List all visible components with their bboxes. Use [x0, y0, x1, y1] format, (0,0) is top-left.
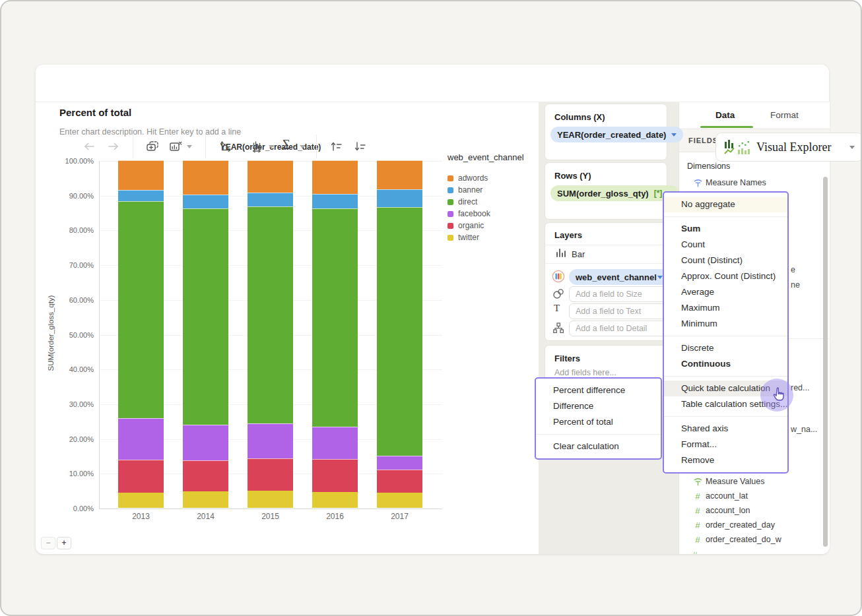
menu-item-format[interactable]: Format... — [664, 437, 787, 452]
bar-segment-direct[interactable] — [377, 207, 422, 456]
color-shelf-icon — [552, 270, 565, 283]
legend-item-banner[interactable]: banner — [448, 184, 524, 196]
bar-segment-banner[interactable] — [118, 190, 164, 201]
forward-icon[interactable] — [106, 139, 121, 154]
bar-segment-facebook[interactable] — [312, 427, 358, 460]
divider — [545, 263, 667, 264]
field-item-measure-names[interactable]: Measure Names — [679, 175, 830, 190]
bar-segment-facebook[interactable] — [118, 418, 164, 460]
menu-item-sum[interactable]: Sum — [664, 221, 787, 237]
field-label: Measure Names — [706, 178, 766, 187]
menu-item-maximum[interactable]: Maximum — [664, 300, 787, 316]
field-item-order-created-do-w[interactable]: #order_created_do_w — [679, 532, 830, 547]
menu-item-discrete[interactable]: Discrete — [664, 340, 787, 356]
bar-segment-facebook[interactable] — [183, 425, 228, 460]
color-pill[interactable]: web_event_channel — [569, 269, 669, 285]
rows-pill-label: SUM(order_gloss_qty) — [557, 189, 649, 199]
bar-segment-direct[interactable] — [312, 208, 358, 427]
legend-item-organic[interactable]: organic — [448, 220, 524, 231]
filters-placeholder[interactable]: Add fields here... — [554, 368, 616, 377]
bar-segment-direct[interactable] — [118, 201, 164, 418]
columns-pill[interactable]: YEAR(order_created_date) — [550, 127, 683, 142]
menu-item-count-distinct[interactable]: Count (Distinct) — [664, 253, 787, 268]
field-item-account-lon[interactable]: #account_lon — [679, 503, 830, 518]
menu-item-clear-calculation[interactable]: Clear calculation — [536, 439, 661, 454]
field-item-order-created-day[interactable]: #order_created_day — [679, 518, 830, 532]
zoom-in-button[interactable]: + — [57, 537, 71, 549]
bar-segment-twitter[interactable] — [183, 491, 228, 508]
field-item-measure-values[interactable]: Measure Values — [679, 474, 830, 489]
legend-label: organic — [458, 221, 484, 230]
bar-segment-banner[interactable] — [312, 194, 358, 208]
visual-explorer-switcher[interactable]: Visual Explorer — [715, 133, 862, 162]
bar-segment-direct[interactable] — [183, 208, 228, 425]
legend-item-twitter[interactable]: twitter — [448, 231, 524, 243]
menu-item-average[interactable]: Average — [664, 284, 787, 300]
menu-item-remove[interactable]: Remove — [664, 452, 787, 468]
remove-chart-caret-icon[interactable] — [187, 145, 192, 148]
bar-segment-adwords[interactable] — [183, 160, 228, 195]
aggregate-caret-icon[interactable] — [300, 145, 305, 148]
menu-item-no-aggregate[interactable]: No aggregate — [664, 197, 787, 212]
x-tick-label: 2014 — [180, 512, 232, 521]
text-field-input[interactable] — [569, 303, 669, 319]
aggregate-sigma-icon[interactable]: Σ — [282, 137, 290, 152]
rows-pill[interactable]: SUM(order_gloss_qty) [*] — [550, 185, 679, 201]
chart-title[interactable]: Percent of total — [59, 107, 131, 118]
bar-segment-organic[interactable] — [118, 460, 164, 493]
bar-segment-organic[interactable] — [377, 470, 422, 493]
menu-item-percent-of-total[interactable]: Percent of total — [536, 414, 661, 430]
bar-segment-twitter[interactable] — [312, 492, 358, 508]
x-tick-label: 2013 — [115, 512, 168, 521]
field-label: order_created_do_w — [706, 535, 781, 544]
bar-segment-adwords[interactable] — [377, 160, 422, 189]
bar-segment-twitter[interactable] — [377, 493, 422, 508]
bar-segment-organic[interactable] — [183, 460, 228, 491]
duplicate-chart-icon[interactable] — [145, 139, 160, 154]
layers-header: Layers — [554, 230, 582, 240]
bar-segment-organic[interactable] — [248, 458, 293, 491]
bar-segment-organic[interactable] — [312, 459, 358, 492]
bar-segment-twitter[interactable] — [248, 491, 293, 508]
bar-segment-banner[interactable] — [183, 195, 228, 208]
zoom-out-button[interactable]: − — [41, 537, 55, 549]
bar-segment-facebook[interactable] — [248, 423, 293, 458]
menu-item-difference[interactable]: Difference — [536, 398, 661, 414]
bin-fields-caret-icon[interactable] — [269, 145, 274, 148]
legend-item-adwords[interactable]: adwords — [448, 172, 524, 184]
menu-item-shared-axis[interactable]: Shared axis — [664, 421, 787, 437]
size-field-input[interactable] — [569, 286, 669, 302]
legend-item-direct[interactable]: direct — [448, 196, 524, 208]
color-pill-caret-icon[interactable] — [657, 276, 663, 279]
tab-format[interactable]: Format — [770, 110, 799, 120]
bar-segment-facebook[interactable] — [377, 456, 422, 470]
bar-segment-adwords[interactable] — [248, 160, 293, 193]
y-tick-label: 30.00% — [54, 400, 94, 408]
bar-segment-banner[interactable] — [248, 193, 293, 206]
menu-item-minimum[interactable]: Minimum — [664, 316, 787, 332]
sort-ascending-icon[interactable] — [329, 139, 343, 154]
menu-item-percent-difference[interactable]: Percent difference — [536, 383, 661, 398]
menu-item-continuous[interactable]: Continuous — [664, 356, 787, 372]
bar-segment-adwords[interactable] — [312, 160, 358, 194]
bar-segment-banner[interactable] — [377, 189, 422, 206]
bar-chart-type-icon — [554, 247, 568, 260]
bar-segment-direct[interactable] — [248, 206, 293, 423]
chart-description-placeholder[interactable]: Enter chart description. Hit Enter key t… — [59, 127, 241, 137]
legend-label: direct — [458, 197, 477, 206]
field-item-account-lat[interactable]: #account_lat — [679, 489, 830, 503]
bar-segment-adwords[interactable] — [118, 160, 164, 190]
swap-axes-icon[interactable] — [218, 139, 232, 154]
detail-field-input[interactable] — [569, 321, 669, 336]
back-icon[interactable] — [82, 139, 96, 154]
bar-segment-twitter[interactable] — [118, 493, 164, 508]
layer-type-label[interactable]: Bar — [572, 249, 585, 259]
menu-item-approx-count-distinct[interactable]: Approx. Count (Distinct) — [664, 268, 787, 284]
menu-item-count[interactable]: Count — [664, 237, 787, 253]
bin-fields-icon[interactable] — [251, 139, 265, 154]
sort-descending-icon[interactable] — [352, 139, 367, 154]
columns-pill-caret-icon[interactable] — [671, 133, 677, 137]
legend-item-facebook[interactable]: facebook — [448, 208, 524, 220]
tab-data[interactable]: Data — [715, 110, 735, 120]
remove-chart-icon[interactable] — [168, 139, 183, 154]
